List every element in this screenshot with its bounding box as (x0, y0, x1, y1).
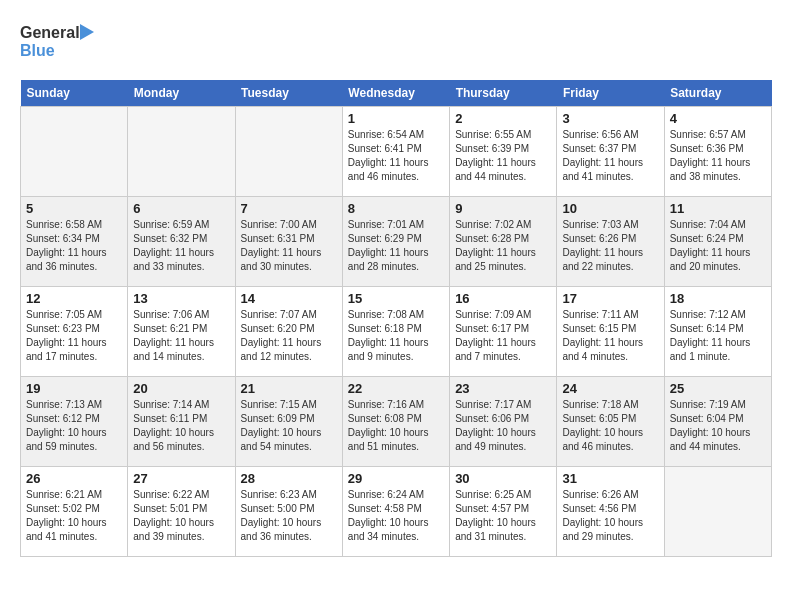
day-number: 20 (133, 381, 229, 396)
day-info: Sunrise: 6:54 AM Sunset: 6:41 PM Dayligh… (348, 128, 444, 184)
calendar-week-4: 19Sunrise: 7:13 AM Sunset: 6:12 PM Dayli… (21, 377, 772, 467)
day-number: 11 (670, 201, 766, 216)
calendar-cell: 23Sunrise: 7:17 AM Sunset: 6:06 PM Dayli… (450, 377, 557, 467)
calendar-week-5: 26Sunrise: 6:21 AM Sunset: 5:02 PM Dayli… (21, 467, 772, 557)
calendar-cell: 28Sunrise: 6:23 AM Sunset: 5:00 PM Dayli… (235, 467, 342, 557)
day-number: 31 (562, 471, 658, 486)
calendar-cell: 26Sunrise: 6:21 AM Sunset: 5:02 PM Dayli… (21, 467, 128, 557)
calendar-cell: 6Sunrise: 6:59 AM Sunset: 6:32 PM Daylig… (128, 197, 235, 287)
weekday-header-saturday: Saturday (664, 80, 771, 107)
calendar-table: SundayMondayTuesdayWednesdayThursdayFrid… (20, 80, 772, 557)
day-number: 14 (241, 291, 337, 306)
calendar-cell: 18Sunrise: 7:12 AM Sunset: 6:14 PM Dayli… (664, 287, 771, 377)
weekday-header-thursday: Thursday (450, 80, 557, 107)
calendar-cell: 9Sunrise: 7:02 AM Sunset: 6:28 PM Daylig… (450, 197, 557, 287)
day-number: 7 (241, 201, 337, 216)
calendar-week-2: 5Sunrise: 6:58 AM Sunset: 6:34 PM Daylig… (21, 197, 772, 287)
day-info: Sunrise: 6:24 AM Sunset: 4:58 PM Dayligh… (348, 488, 444, 544)
logo: GeneralBlue (20, 20, 100, 64)
calendar-header-row: SundayMondayTuesdayWednesdayThursdayFrid… (21, 80, 772, 107)
day-info: Sunrise: 6:59 AM Sunset: 6:32 PM Dayligh… (133, 218, 229, 274)
calendar-cell: 16Sunrise: 7:09 AM Sunset: 6:17 PM Dayli… (450, 287, 557, 377)
day-number: 27 (133, 471, 229, 486)
calendar-cell: 29Sunrise: 6:24 AM Sunset: 4:58 PM Dayli… (342, 467, 449, 557)
day-number: 12 (26, 291, 122, 306)
day-info: Sunrise: 6:25 AM Sunset: 4:57 PM Dayligh… (455, 488, 551, 544)
calendar-body: 1Sunrise: 6:54 AM Sunset: 6:41 PM Daylig… (21, 107, 772, 557)
day-info: Sunrise: 7:11 AM Sunset: 6:15 PM Dayligh… (562, 308, 658, 364)
day-number: 4 (670, 111, 766, 126)
day-info: Sunrise: 7:06 AM Sunset: 6:21 PM Dayligh… (133, 308, 229, 364)
svg-marker-2 (80, 24, 94, 40)
calendar-cell (21, 107, 128, 197)
svg-text:Blue: Blue (20, 42, 55, 59)
day-number: 23 (455, 381, 551, 396)
day-info: Sunrise: 7:09 AM Sunset: 6:17 PM Dayligh… (455, 308, 551, 364)
day-info: Sunrise: 6:58 AM Sunset: 6:34 PM Dayligh… (26, 218, 122, 274)
day-info: Sunrise: 6:55 AM Sunset: 6:39 PM Dayligh… (455, 128, 551, 184)
day-info: Sunrise: 7:02 AM Sunset: 6:28 PM Dayligh… (455, 218, 551, 274)
svg-text:General: General (20, 24, 80, 41)
calendar-cell: 4Sunrise: 6:57 AM Sunset: 6:36 PM Daylig… (664, 107, 771, 197)
day-number: 26 (26, 471, 122, 486)
calendar-cell: 3Sunrise: 6:56 AM Sunset: 6:37 PM Daylig… (557, 107, 664, 197)
day-number: 5 (26, 201, 122, 216)
calendar-cell (128, 107, 235, 197)
day-info: Sunrise: 7:03 AM Sunset: 6:26 PM Dayligh… (562, 218, 658, 274)
calendar-cell: 17Sunrise: 7:11 AM Sunset: 6:15 PM Dayli… (557, 287, 664, 377)
day-number: 30 (455, 471, 551, 486)
logo-svg: GeneralBlue (20, 20, 100, 64)
calendar-cell: 31Sunrise: 6:26 AM Sunset: 4:56 PM Dayli… (557, 467, 664, 557)
day-number: 3 (562, 111, 658, 126)
calendar-cell: 19Sunrise: 7:13 AM Sunset: 6:12 PM Dayli… (21, 377, 128, 467)
day-info: Sunrise: 7:14 AM Sunset: 6:11 PM Dayligh… (133, 398, 229, 454)
calendar-cell: 12Sunrise: 7:05 AM Sunset: 6:23 PM Dayli… (21, 287, 128, 377)
day-info: Sunrise: 7:04 AM Sunset: 6:24 PM Dayligh… (670, 218, 766, 274)
day-number: 10 (562, 201, 658, 216)
day-info: Sunrise: 7:01 AM Sunset: 6:29 PM Dayligh… (348, 218, 444, 274)
calendar-cell: 5Sunrise: 6:58 AM Sunset: 6:34 PM Daylig… (21, 197, 128, 287)
calendar-cell: 13Sunrise: 7:06 AM Sunset: 6:21 PM Dayli… (128, 287, 235, 377)
day-info: Sunrise: 7:16 AM Sunset: 6:08 PM Dayligh… (348, 398, 444, 454)
calendar-cell: 2Sunrise: 6:55 AM Sunset: 6:39 PM Daylig… (450, 107, 557, 197)
day-info: Sunrise: 7:00 AM Sunset: 6:31 PM Dayligh… (241, 218, 337, 274)
day-info: Sunrise: 7:18 AM Sunset: 6:05 PM Dayligh… (562, 398, 658, 454)
calendar-cell (664, 467, 771, 557)
day-number: 22 (348, 381, 444, 396)
calendar-cell: 15Sunrise: 7:08 AM Sunset: 6:18 PM Dayli… (342, 287, 449, 377)
day-number: 19 (26, 381, 122, 396)
weekday-header-wednesday: Wednesday (342, 80, 449, 107)
weekday-header-tuesday: Tuesday (235, 80, 342, 107)
day-number: 1 (348, 111, 444, 126)
calendar-cell: 14Sunrise: 7:07 AM Sunset: 6:20 PM Dayli… (235, 287, 342, 377)
day-info: Sunrise: 6:23 AM Sunset: 5:00 PM Dayligh… (241, 488, 337, 544)
day-number: 18 (670, 291, 766, 306)
day-number: 25 (670, 381, 766, 396)
day-info: Sunrise: 7:15 AM Sunset: 6:09 PM Dayligh… (241, 398, 337, 454)
day-info: Sunrise: 7:17 AM Sunset: 6:06 PM Dayligh… (455, 398, 551, 454)
day-number: 17 (562, 291, 658, 306)
day-info: Sunrise: 7:13 AM Sunset: 6:12 PM Dayligh… (26, 398, 122, 454)
calendar-cell: 1Sunrise: 6:54 AM Sunset: 6:41 PM Daylig… (342, 107, 449, 197)
calendar-cell: 21Sunrise: 7:15 AM Sunset: 6:09 PM Dayli… (235, 377, 342, 467)
calendar-cell: 7Sunrise: 7:00 AM Sunset: 6:31 PM Daylig… (235, 197, 342, 287)
day-number: 9 (455, 201, 551, 216)
calendar-cell: 30Sunrise: 6:25 AM Sunset: 4:57 PM Dayli… (450, 467, 557, 557)
weekday-header-sunday: Sunday (21, 80, 128, 107)
day-number: 2 (455, 111, 551, 126)
day-info: Sunrise: 6:21 AM Sunset: 5:02 PM Dayligh… (26, 488, 122, 544)
calendar-week-1: 1Sunrise: 6:54 AM Sunset: 6:41 PM Daylig… (21, 107, 772, 197)
day-number: 28 (241, 471, 337, 486)
day-info: Sunrise: 6:22 AM Sunset: 5:01 PM Dayligh… (133, 488, 229, 544)
page-header: GeneralBlue (20, 20, 772, 64)
calendar-cell: 8Sunrise: 7:01 AM Sunset: 6:29 PM Daylig… (342, 197, 449, 287)
day-number: 15 (348, 291, 444, 306)
day-number: 29 (348, 471, 444, 486)
day-info: Sunrise: 7:07 AM Sunset: 6:20 PM Dayligh… (241, 308, 337, 364)
calendar-cell (235, 107, 342, 197)
day-number: 16 (455, 291, 551, 306)
calendar-cell: 11Sunrise: 7:04 AM Sunset: 6:24 PM Dayli… (664, 197, 771, 287)
day-number: 13 (133, 291, 229, 306)
calendar-cell: 20Sunrise: 7:14 AM Sunset: 6:11 PM Dayli… (128, 377, 235, 467)
day-info: Sunrise: 7:19 AM Sunset: 6:04 PM Dayligh… (670, 398, 766, 454)
